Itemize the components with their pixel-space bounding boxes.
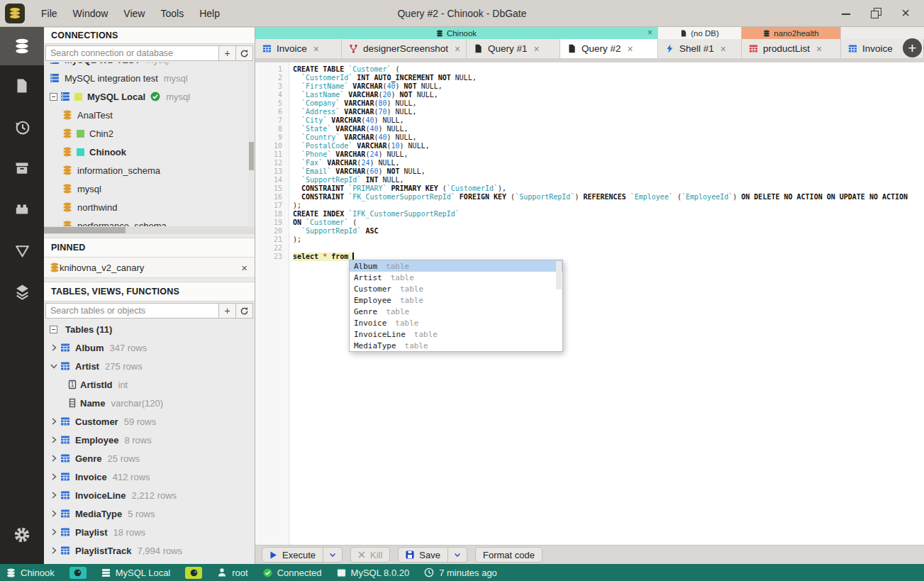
table-item-album[interactable]: Album 347 rows [44, 338, 255, 357]
autocomplete-item-album[interactable]: Album table [350, 260, 562, 272]
check-circle-icon [150, 92, 160, 101]
tab-group-label: nano2health [774, 29, 818, 38]
tab-productlist[interactable]: productList × [742, 39, 841, 58]
table-item-genre[interactable]: Genre 25 rows [44, 449, 255, 467]
line-number: 19 [255, 218, 289, 227]
refresh-connections-button[interactable] [236, 45, 253, 61]
connections-search-input[interactable] [45, 45, 219, 61]
tables-root-node[interactable]: Tables (11) [44, 320, 255, 338]
minimize-button[interactable] [840, 8, 852, 19]
code-line: `State` VARCHAR(40) NULL, [293, 125, 924, 133]
table-item-playlisttrack[interactable]: PlaylistTrack 7,994 rows [44, 541, 255, 560]
connections-vscrollbar[interactable] [248, 62, 255, 226]
table-item-mediatype[interactable]: MediaType 5 rows [44, 504, 255, 523]
code-line: CONSTRAINT `PRIMARY` PRIMARY KEY (`Custo… [293, 184, 924, 193]
connection-item-mysql[interactable]: mysql [44, 179, 255, 198]
statusbar-server[interactable]: MySQL Local [101, 568, 171, 578]
refresh-objects-button[interactable] [236, 303, 253, 319]
autocomplete-scrollbar[interactable] [556, 261, 562, 289]
menu-tools[interactable]: Tools [152, 0, 191, 27]
new-tab-button[interactable]: + [903, 38, 922, 57]
save-button[interactable]: Save [398, 547, 467, 563]
unpin-button[interactable]: × [241, 262, 247, 274]
row-count: 347 rows [109, 343, 147, 353]
save-menu-button[interactable] [448, 548, 467, 562]
autocomplete-item-mediatype[interactable]: MediaType table [350, 340, 562, 351]
tables-search-input[interactable] [45, 303, 219, 319]
rail-history-icon[interactable] [0, 106, 44, 148]
table-item-customer[interactable]: Customer 59 rows [44, 412, 255, 431]
column-item-artistid[interactable]: 1 ArtistId int [44, 375, 255, 394]
autocomplete-item-employee[interactable]: Employee table [350, 294, 562, 306]
autocomplete-item-artist[interactable]: Artist table [350, 272, 562, 283]
add-connection-button[interactable]: + [219, 45, 236, 61]
tab-invoice[interactable]: Invoice × [255, 39, 342, 58]
rail-file-icon[interactable] [0, 65, 44, 106]
tab-shell-1[interactable]: Shell #1 × [658, 39, 742, 58]
connection-item-mysql-integration-test[interactable]: MySQL integration testmysql [44, 69, 255, 87]
menu-window[interactable]: Window [65, 0, 116, 27]
table-item-artist[interactable]: Artist 275 rows [44, 357, 255, 375]
close-group-button[interactable]: × [647, 28, 652, 38]
tab-query-2[interactable]: Query #2 × [560, 39, 658, 58]
close-tab-button[interactable]: × [313, 43, 319, 55]
autocomplete-item-genre[interactable]: Genre table [350, 306, 562, 317]
menu-view[interactable]: View [116, 0, 152, 27]
rail-settings-icon[interactable] [0, 514, 44, 555]
table-item-invoice[interactable]: Invoice 412 rows [44, 467, 255, 486]
connection-item-chinook[interactable]: Chinook [44, 143, 255, 161]
table-icon [60, 472, 70, 482]
close-tab-button[interactable]: × [628, 43, 633, 55]
rail-plugins-icon[interactable] [0, 189, 44, 230]
table-item-invoiceline[interactable]: InvoiceLine 2,212 rows [44, 486, 255, 504]
chevron-right-icon [50, 417, 58, 426]
connection-item-mysql-wd-test[interactable]: MySQL WD TESTmysql [44, 62, 255, 69]
collapse-box-icon[interactable] [50, 93, 57, 101]
rail-archive-icon[interactable] [0, 148, 44, 189]
connection-item-performance-schema[interactable]: performance_schema [44, 216, 255, 226]
add-object-button[interactable]: + [219, 303, 236, 319]
rail-database-icon[interactable] [0, 27, 44, 65]
rail-triangle-icon[interactable] [0, 230, 44, 271]
menu-help[interactable]: Help [191, 0, 228, 27]
server-color-badge[interactable] [185, 567, 202, 579]
format-code-button[interactable]: Format code [475, 547, 542, 563]
close-tab-button[interactable]: × [455, 43, 460, 55]
connection-label: MySQL WD TEST [65, 62, 140, 65]
close-tab-button[interactable]: × [534, 43, 540, 55]
close-tab-button[interactable]: × [816, 43, 822, 55]
connection-item-mysql-local[interactable]: MySQL Localmysql [44, 87, 255, 106]
line-number: 15 [255, 184, 289, 193]
connection-item-analtest[interactable]: AnalTest [44, 106, 255, 124]
pinned-item[interactable]: knihovna_v2_canary × [44, 258, 255, 278]
database-icon [6, 568, 16, 577]
collapse-box-icon[interactable] [50, 326, 57, 333]
execute-menu-button[interactable] [323, 548, 342, 562]
close-button[interactable]: × [900, 8, 911, 19]
database-color-badge[interactable] [69, 567, 87, 579]
menu-file[interactable]: File [33, 0, 65, 27]
connection-item-chin2[interactable]: Chin2 [44, 124, 255, 143]
tab-group--no-db-[interactable]: (no DB) [658, 27, 742, 39]
tab-designerscreenshot[interactable]: designerScreenshot × [342, 39, 467, 58]
rail-layers-icon[interactable] [0, 271, 44, 312]
autocomplete-item-invoiceline[interactable]: InvoiceLine table [350, 328, 562, 340]
pinned-header: PINNED [44, 238, 255, 258]
execute-button[interactable]: Execute [262, 547, 343, 563]
restore-button[interactable] [870, 8, 881, 19]
tab-group-chinook[interactable]: Chinook × [255, 27, 658, 39]
column-item-name[interactable]: Name varchar(120) [44, 394, 255, 412]
connection-item-northwind[interactable]: northwind [44, 198, 255, 216]
db-color-square [77, 130, 84, 138]
line-number: 10 [255, 142, 289, 150]
close-tab-button[interactable]: × [720, 43, 726, 55]
table-item-employee[interactable]: Employee 8 rows [44, 431, 255, 449]
connections-hscrollbar[interactable] [44, 226, 255, 234]
autocomplete-item-invoice[interactable]: Invoice table [350, 317, 562, 328]
statusbar-database[interactable]: Chinook [6, 568, 55, 578]
connection-item-information-schema[interactable]: information_schema [44, 161, 255, 179]
table-item-playlist[interactable]: Playlist 18 rows [44, 523, 255, 541]
tab-query-1[interactable]: Query #1 × [467, 39, 560, 58]
tab-group-nano2health[interactable]: nano2health [742, 27, 841, 39]
autocomplete-item-customer[interactable]: Customer table [350, 283, 562, 294]
